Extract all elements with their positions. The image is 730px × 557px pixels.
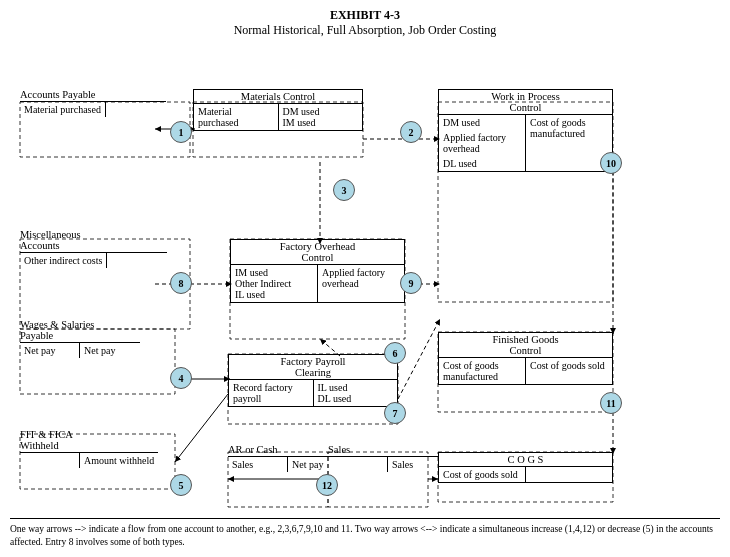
materials-control-left: Material purchased — [194, 104, 279, 130]
wip-account: Work in Process Control DM used Applied … — [438, 89, 613, 172]
circle-1: 1 — [170, 121, 192, 143]
misc-accounts-right — [107, 253, 167, 268]
misc-accounts-left: Other indirect costs — [20, 253, 107, 268]
factory-overhead-header: Factory Overhead Control — [231, 240, 404, 265]
dl-used-wip-label: DL used — [443, 158, 521, 169]
footnote: One way arrows --> indicate a flow from … — [10, 518, 720, 550]
circle-3: 3 — [333, 179, 355, 201]
sales-arcash-label: Sales — [232, 459, 283, 470]
dl-used-fp-label: DL used — [318, 393, 394, 404]
il-used-fp-label: IL used — [318, 382, 394, 393]
cogs-right — [526, 467, 612, 482]
fg-header-line2: Control — [442, 345, 609, 356]
wip-header-line1: Work in Process — [442, 91, 609, 102]
applied-foh-label: Applied factory overhead — [443, 132, 521, 154]
accounts-payable-left: Material purchased — [20, 102, 106, 117]
fp-header-line2: Clearing — [232, 367, 394, 378]
circle-12: 12 — [316, 474, 338, 496]
factory-overhead-account: Factory Overhead Control IM used Other I… — [230, 239, 405, 303]
materials-control-header: Materials Control — [194, 90, 362, 104]
wages-salaries-left: Net pay — [20, 343, 80, 358]
foh-right: Applied factory overhead — [318, 265, 404, 302]
cogs-left: Cost of goods sold — [439, 467, 526, 482]
wages-salaries-label: Wages & SalariesPayable — [20, 319, 140, 341]
misc-accounts-label: MiscellaneousAccounts — [20, 229, 167, 251]
fp-left: Record factory payroll — [229, 380, 314, 406]
subtitle: Normal Historical, Full Absorption, Job … — [10, 23, 720, 38]
foh-header-line1: Factory Overhead — [234, 241, 401, 252]
circle-7: 7 — [384, 402, 406, 424]
net-pay-left-label: Net pay — [84, 345, 136, 356]
sales-left — [328, 457, 388, 472]
circle-11: 11 — [600, 392, 622, 414]
material-purchased-label: Material purchased — [24, 104, 101, 115]
fg-right: Cost of goods sold — [526, 358, 612, 384]
finished-goods-header: Finished Goods Control — [439, 333, 612, 358]
wages-salaries-right: Net pay — [80, 343, 140, 358]
finished-goods-account: Finished Goods Control Cost of goods man… — [438, 332, 613, 385]
svg-line-18 — [398, 319, 440, 399]
fg-header-line1: Finished Goods — [442, 334, 609, 345]
cogs-account: C O G S Cost of goods sold — [438, 452, 613, 483]
other-indirect-foh-label: Other Indirect — [235, 278, 313, 289]
wip-header: Work in Process Control — [439, 90, 612, 115]
im-used-foh-label: IM used — [235, 267, 313, 278]
foh-header-line2: Control — [234, 252, 401, 263]
net-pay-ws-label: Net pay — [24, 345, 75, 356]
dm-used-label: DM used — [283, 106, 359, 117]
sales-account: Sales Sales — [328, 444, 448, 472]
im-used-label: IM used — [283, 117, 359, 128]
material-purchased-right-label: Material purchased — [198, 106, 274, 128]
applied-foh-out-label: Applied factory overhead — [322, 267, 400, 289]
fg-left: Cost of goods manufactured — [439, 358, 526, 384]
dm-used-wip-label: DM used — [443, 117, 521, 128]
factory-payroll-account: Factory Payroll Clearing Record factory … — [228, 354, 398, 407]
accounts-payable-account: Accounts Payable Material purchased — [20, 89, 166, 117]
fit-fica-right: Amount withheld — [80, 453, 158, 468]
sales-sales-label: Sales — [392, 459, 444, 470]
wip-left: DM used Applied factory overhead DL used — [439, 115, 526, 171]
cogs-header: C O G S — [439, 453, 612, 467]
circle-5: 5 — [170, 474, 192, 496]
record-fp-label: Record factory payroll — [233, 382, 309, 404]
wages-salaries-account: Wages & SalariesPayable Net pay Net pay — [20, 319, 140, 358]
wip-header-line2: Control — [442, 102, 609, 113]
circle-6: 6 — [384, 342, 406, 364]
sales-label: Sales — [328, 444, 448, 455]
circle-2: 2 — [400, 121, 422, 143]
cost-goods-sold-cogs-label: Cost of goods sold — [443, 469, 521, 480]
fit-fica-account: FIT & FICAWithheld Amount withheld — [20, 429, 158, 468]
fit-fica-label: FIT & FICAWithheld — [20, 429, 158, 451]
diagram: Accounts Payable Material purchased Mate… — [10, 44, 720, 514]
cost-goods-mfg-wip-label: Cost of goods manufactured — [530, 117, 608, 139]
fp-header-line1: Factory Payroll — [232, 356, 394, 367]
circle-9: 9 — [400, 272, 422, 294]
circle-10: 10 — [600, 152, 622, 174]
fit-fica-left — [20, 453, 80, 468]
cost-goods-sold-fg-label: Cost of goods sold — [530, 360, 608, 371]
circle-8: 8 — [170, 272, 192, 294]
foh-left: IM used Other Indirect IL used — [231, 265, 318, 302]
accounts-payable-label: Accounts Payable — [20, 89, 166, 100]
fp-right: IL used DL used — [314, 380, 398, 406]
exhibit-title: EXHIBIT 4-3 — [10, 8, 720, 23]
factory-payroll-header: Factory Payroll Clearing — [229, 355, 397, 380]
svg-line-20 — [175, 394, 228, 462]
page: EXHIBIT 4-3 Normal Historical, Full Abso… — [0, 0, 730, 557]
accounts-payable-right — [106, 102, 166, 117]
ar-cash-left: Sales — [228, 457, 288, 472]
misc-accounts-account: MiscellaneousAccounts Other indirect cos… — [20, 229, 167, 268]
il-used-foh-label: IL used — [235, 289, 313, 300]
materials-control-account: Materials Control Material purchased DM … — [193, 89, 363, 131]
cost-goods-mfg-fg-label: Cost of goods manufactured — [443, 360, 521, 382]
materials-control-right: DM used IM used — [279, 104, 363, 130]
title-block: EXHIBIT 4-3 Normal Historical, Full Abso… — [10, 8, 720, 38]
circle-4: 4 — [170, 367, 192, 389]
other-indirect-label: Other indirect costs — [24, 255, 102, 266]
amount-withheld-label: Amount withheld — [84, 455, 154, 466]
